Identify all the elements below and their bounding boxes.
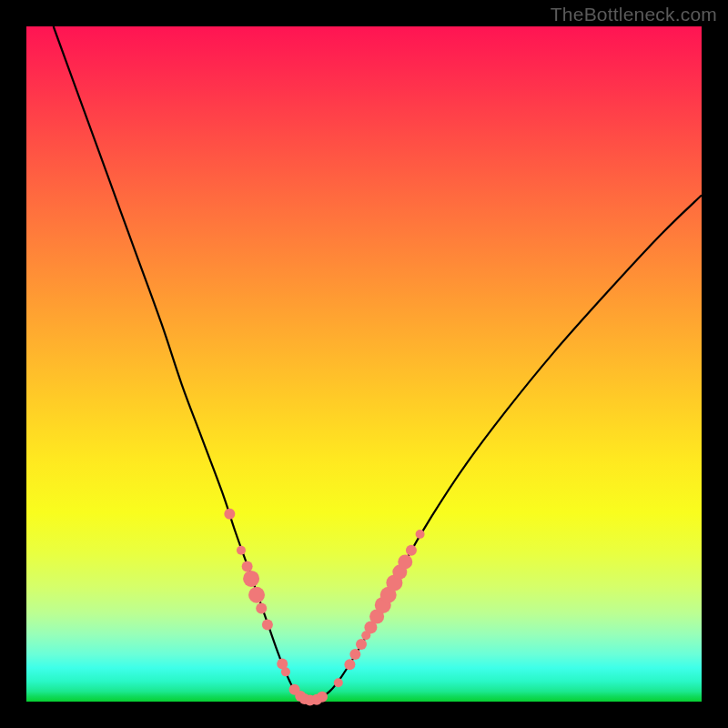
data-marker <box>406 545 417 556</box>
data-marker <box>356 639 367 650</box>
chart-frame: TheBottleneck.com <box>0 0 728 728</box>
data-marker <box>256 603 267 614</box>
data-marker <box>242 561 253 572</box>
data-marker <box>248 587 265 603</box>
data-marker <box>317 692 328 703</box>
data-marker <box>349 649 360 660</box>
data-markers <box>224 509 424 706</box>
data-marker <box>224 509 235 520</box>
data-marker <box>281 667 290 676</box>
watermark-text: TheBottleneck.com <box>551 4 717 25</box>
chart-svg <box>26 26 702 702</box>
data-marker <box>334 678 343 687</box>
data-marker <box>262 619 273 630</box>
data-marker <box>344 659 355 670</box>
curve-left <box>54 26 310 701</box>
data-marker <box>237 546 246 555</box>
left-curve-path <box>54 26 310 701</box>
data-marker <box>243 571 259 587</box>
data-marker <box>398 554 412 569</box>
data-marker <box>416 530 425 539</box>
